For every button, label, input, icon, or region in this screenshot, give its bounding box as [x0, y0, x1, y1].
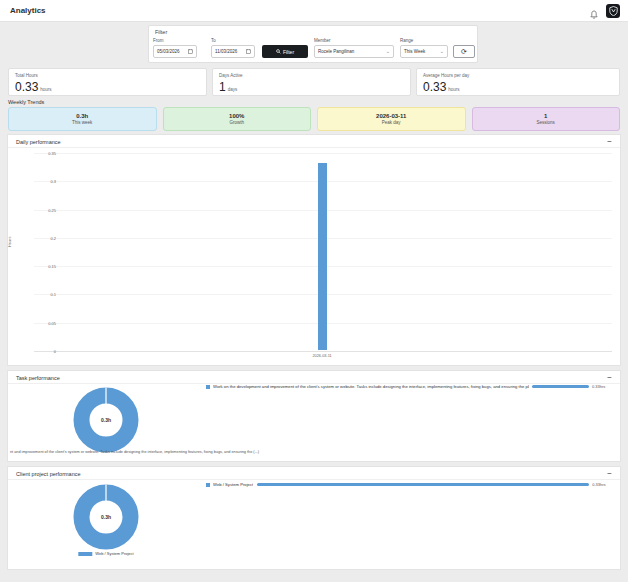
task-performance-panel: Task performance − 0.3h Work on the deve… [7, 370, 621, 462]
legend-swatch-icon [78, 552, 92, 556]
panel-title: Task performance [16, 375, 60, 381]
y-tick: 0.15 [38, 264, 58, 269]
stat-value: 0.33 [423, 80, 446, 94]
stat-card-average-hours: Average Hours per day 0.33 hours [416, 68, 620, 96]
member-group: Member Rocele Pangilinan ⌄ [314, 38, 394, 58]
client-donut-legend[interactable]: Web / System Project [78, 551, 133, 556]
chevron-down-icon: ⌄ [440, 49, 444, 54]
weekly-trends-title: Weekly Trends [8, 99, 44, 105]
range-select[interactable]: This Week ⌄ [400, 45, 448, 58]
filter-title: Filter [155, 29, 167, 35]
client-donut-chart[interactable]: 0.3h [73, 484, 139, 550]
stat-label: Average Hours per day [423, 73, 469, 78]
panel-title: Daily performance [16, 139, 61, 145]
daily-performance-panel: Daily performance − Hours 0.35 0.3 0.25 … [7, 134, 621, 366]
legend-value-bar [532, 385, 589, 388]
chevron-down-icon: ⌄ [386, 49, 390, 54]
trend-card-growth: 100% Growth [163, 107, 312, 131]
stat-label: Days Active [219, 73, 243, 78]
y-tick: 0.1 [38, 292, 58, 297]
from-date-group: From 05/03/2026 [153, 38, 197, 58]
range-group: Range This Week ⌄ [400, 38, 448, 58]
stat-card-total-hours: Total Hours 0.33 hours [8, 68, 207, 96]
refresh-button[interactable]: ⟳ [453, 45, 475, 58]
to-date-value: 11/03/2026 [215, 49, 237, 54]
y-tick: 0.25 [38, 207, 58, 212]
y-tick: 0.35 [38, 151, 58, 156]
legend-swatch-icon [206, 483, 210, 487]
legend-swatch-icon [206, 385, 210, 389]
task-donut-chart[interactable]: 0.3h [73, 387, 139, 453]
to-date-group: To 11/03/2026 [211, 38, 255, 58]
notifications-bell-icon[interactable] [589, 6, 599, 16]
trend-value: 1 [544, 113, 547, 119]
from-label: From [153, 38, 197, 43]
range-value: This Week [404, 49, 425, 54]
bar-2026-03-11[interactable] [318, 163, 327, 350]
to-date-input[interactable]: 11/03/2026 [211, 45, 255, 58]
legend-label: Web / System Project [95, 551, 133, 556]
calendar-icon [246, 49, 251, 54]
trend-card-sessions: 1 Sessions [472, 107, 621, 131]
from-date-value: 05/03/2026 [157, 49, 180, 54]
trend-value: 100% [229, 113, 244, 119]
y-tick: 0.05 [38, 320, 58, 325]
collapse-button[interactable]: − [607, 372, 612, 384]
weekly-trends-row: 0.3h This week 100% Growth 2026-03-11 Pe… [8, 107, 620, 131]
stat-unit: hours [448, 87, 459, 92]
collapse-button[interactable]: − [607, 136, 612, 148]
panel-title: Client project performance [16, 471, 81, 477]
trend-card-this-week: 0.3h This week [8, 107, 157, 131]
filter-card: Filter From 05/03/2026 To 11/03/2026 [148, 25, 478, 63]
y-axis-label: Hours [7, 236, 12, 247]
panel-header: Task performance − [8, 371, 620, 384]
member-label: Member [314, 38, 394, 43]
stat-value: 0.33 [15, 80, 38, 94]
page-title: Analytics [10, 0, 46, 22]
range-label: Range [400, 38, 448, 43]
collapse-button[interactable]: − [607, 468, 612, 480]
trend-value: 2026-03-11 [376, 113, 406, 119]
client-legend-row[interactable]: Web / System Project 0.33hrs [206, 482, 610, 487]
analytics-page: Analytics Filter From 05/03/2026 [0, 0, 628, 582]
member-select[interactable]: Rocele Pangilinan ⌄ [314, 45, 394, 58]
legend-value-bar [257, 483, 589, 486]
stat-unit: hours [40, 87, 51, 92]
stat-card-days-active: Days Active 1 days [212, 68, 411, 96]
gridline [34, 153, 612, 154]
trend-label: This week [72, 120, 92, 125]
legend-label: Work on the development and improvement … [213, 384, 529, 389]
filter-button[interactable]: Filter [262, 45, 308, 58]
calendar-icon [188, 49, 193, 54]
top-bar: Analytics [0, 0, 628, 22]
task-donut-caption: nt and improvement of the client's syste… [10, 450, 314, 454]
panel-header: Daily performance − [8, 135, 620, 148]
panel-header: Client project performance − [8, 467, 620, 480]
stat-label: Total Hours [15, 73, 38, 78]
x-axis-line [34, 351, 612, 352]
donut-center-label: 0.3h [73, 387, 139, 453]
filter-button-label: Filter [283, 49, 294, 55]
app-logo[interactable] [606, 4, 620, 18]
to-label: To [211, 38, 255, 43]
trend-card-peak-day: 2026-03-11 Peak day [317, 107, 466, 131]
bar-chart-plot: 0.35 0.3 0.25 0.2 0.15 0.1 0.05 0 2026-0… [34, 153, 612, 351]
task-legend-row[interactable]: Work on the development and improvement … [206, 384, 610, 389]
trend-label: Sessions [537, 120, 555, 125]
stat-value: 1 [219, 80, 226, 94]
search-icon [276, 49, 281, 54]
stat-unit: days [228, 87, 238, 92]
member-value: Rocele Pangilinan [318, 49, 354, 54]
x-tick: 2026-03-11 [312, 354, 331, 358]
legend-value: 0.33hrs [592, 384, 605, 389]
y-tick: 0.2 [38, 235, 58, 240]
trend-label: Peak day [382, 120, 401, 125]
trend-value: 0.3h [76, 113, 88, 119]
from-date-input[interactable]: 05/03/2026 [153, 45, 197, 58]
trend-label: Growth [229, 120, 244, 125]
y-tick: 0 [38, 349, 58, 354]
client-project-performance-panel: Client project performance − 0.3h Web / … [7, 466, 621, 570]
y-tick: 0.3 [38, 179, 58, 184]
legend-label: Web / System Project [213, 482, 253, 487]
legend-value: 0.33hrs [592, 482, 605, 487]
